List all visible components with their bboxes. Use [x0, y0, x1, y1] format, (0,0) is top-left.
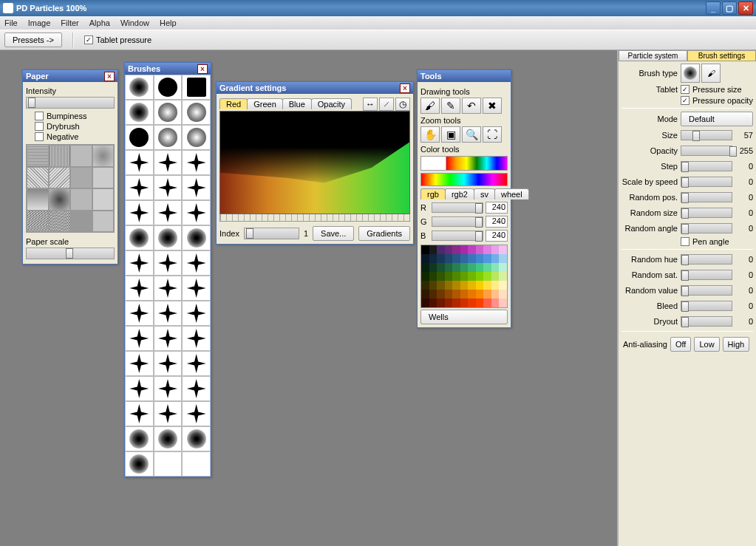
expand-icon[interactable]: ⛶ [483, 126, 502, 143]
color-swatch[interactable] [483, 290, 491, 298]
close-button[interactable]: ✕ [738, 1, 753, 15]
tab-green[interactable]: Green [247, 98, 283, 109]
g-value[interactable]: 240 [486, 216, 508, 228]
color-swatch[interactable] [429, 298, 437, 307]
tab-wheel[interactable]: wheel [494, 188, 529, 199]
color-swatch[interactable] [437, 254, 445, 263]
paper-texture[interactable] [92, 188, 115, 211]
color-swatch[interactable] [468, 281, 476, 290]
paper-texture[interactable] [92, 211, 115, 233]
aa-off-button[interactable]: Off [670, 337, 691, 352]
brush-preset[interactable] [125, 451, 154, 477]
color-swatch[interactable] [445, 281, 453, 290]
brush-preset[interactable] [154, 100, 183, 125]
color-swatch[interactable] [452, 281, 460, 290]
color-swatch[interactable] [499, 298, 507, 307]
brush-preset[interactable] [182, 175, 211, 200]
color-swatch[interactable] [468, 298, 476, 307]
menu-window[interactable]: Window [120, 18, 149, 27]
color-swatch[interactable] [437, 281, 445, 290]
color-swatch[interactable] [483, 298, 491, 307]
g-slider[interactable] [432, 216, 483, 227]
color-swatch[interactable] [445, 263, 453, 272]
brush-preset[interactable] [182, 125, 211, 150]
paper-texture[interactable] [70, 145, 92, 167]
color-swatch[interactable] [429, 272, 437, 281]
color-swatch[interactable] [483, 281, 491, 290]
random-pos-slider[interactable] [681, 192, 732, 202]
tab-brush-settings[interactable]: Brush settings [687, 50, 756, 61]
color-swatch[interactable] [452, 298, 460, 307]
brush-preset[interactable] [125, 225, 154, 250]
brush-preset[interactable] [125, 175, 154, 200]
brush-preset[interactable] [154, 75, 183, 100]
tools-titlebar[interactable]: Tools [418, 70, 511, 82]
color-swatch[interactable] [421, 298, 429, 307]
color-swatch[interactable] [460, 281, 469, 290]
brush-preset[interactable] [125, 276, 154, 301]
color-swatch[interactable] [483, 254, 491, 263]
clock-icon[interactable]: ◷ [395, 98, 410, 111]
color-swatch[interactable] [429, 281, 437, 290]
color-swatch[interactable] [437, 263, 445, 272]
hand-icon[interactable]: ✋ [420, 126, 440, 143]
color-swatch[interactable] [483, 263, 491, 272]
menu-help[interactable]: Help [160, 18, 177, 27]
bleed-slider[interactable] [681, 301, 732, 311]
wells-button[interactable]: Wells [420, 310, 508, 324]
color-swatch[interactable] [476, 281, 484, 290]
color-swatch[interactable] [468, 254, 476, 263]
color-swatch[interactable] [452, 263, 460, 272]
mode-button[interactable]: Default [681, 112, 753, 126]
paper-titlebar[interactable]: Paper × [23, 70, 118, 82]
paper-texture[interactable] [27, 188, 49, 211]
brush-preset[interactable] [182, 376, 211, 401]
color-swatch[interactable] [437, 298, 445, 307]
arrows-icon[interactable]: ↔ [363, 98, 378, 111]
brush-preset[interactable] [125, 125, 154, 150]
bumpiness-checkbox[interactable]: Bumpiness [35, 112, 115, 120]
paper-texture[interactable] [92, 167, 115, 189]
color-swatch[interactable] [499, 281, 507, 290]
color-swatch[interactable] [491, 290, 500, 298]
brush-icon[interactable]: 🖌 [420, 98, 440, 114]
brushes-close-icon[interactable]: × [197, 64, 208, 74]
paper-texture[interactable] [27, 211, 49, 233]
brush-preset[interactable] [182, 326, 211, 351]
color-swatch[interactable] [437, 290, 445, 298]
r-slider[interactable] [432, 202, 483, 213]
brush-preset[interactable] [125, 426, 154, 451]
menu-filter[interactable]: Filter [61, 18, 78, 27]
gradients-button[interactable]: Gradients [358, 226, 410, 241]
tab-opacity[interactable]: Opacity [311, 98, 352, 109]
brush-preset[interactable] [125, 301, 154, 326]
color-swatch[interactable] [445, 272, 453, 281]
pressure-size-checkbox[interactable]: ✓Pressure size [681, 85, 742, 94]
undo-icon[interactable]: ↶ [462, 98, 481, 114]
brush-preset[interactable] [154, 175, 183, 200]
maximize-button[interactable]: ▢ [722, 1, 737, 15]
color-swatch[interactable] [460, 254, 469, 263]
color-swatch[interactable] [476, 290, 484, 298]
random-value-slider[interactable] [681, 285, 732, 296]
menu-file[interactable]: File [4, 18, 18, 27]
paper-texture[interactable] [27, 167, 49, 189]
brush-preset[interactable] [154, 276, 183, 301]
tab-rgb[interactable]: rgb [420, 188, 446, 199]
zoom-icon[interactable]: 🔍 [462, 126, 481, 143]
dryout-slider[interactable] [681, 316, 732, 327]
color-swatch[interactable] [468, 272, 476, 281]
tab-sv[interactable]: sv [474, 188, 495, 199]
color-swatch[interactable] [437, 245, 445, 254]
brush-preset[interactable] [154, 401, 183, 426]
paper-texture[interactable] [49, 145, 71, 167]
paper-texture[interactable] [70, 211, 92, 233]
brush-preset[interactable] [154, 225, 183, 250]
brush-preset[interactable] [125, 75, 154, 100]
random-angle-slider[interactable] [681, 223, 732, 233]
color-swatch[interactable] [499, 290, 507, 298]
scale-speed-slider[interactable] [681, 177, 732, 187]
color-swatch[interactable] [491, 254, 500, 263]
color-swatch[interactable] [445, 254, 453, 263]
color-swatch[interactable] [429, 254, 437, 263]
